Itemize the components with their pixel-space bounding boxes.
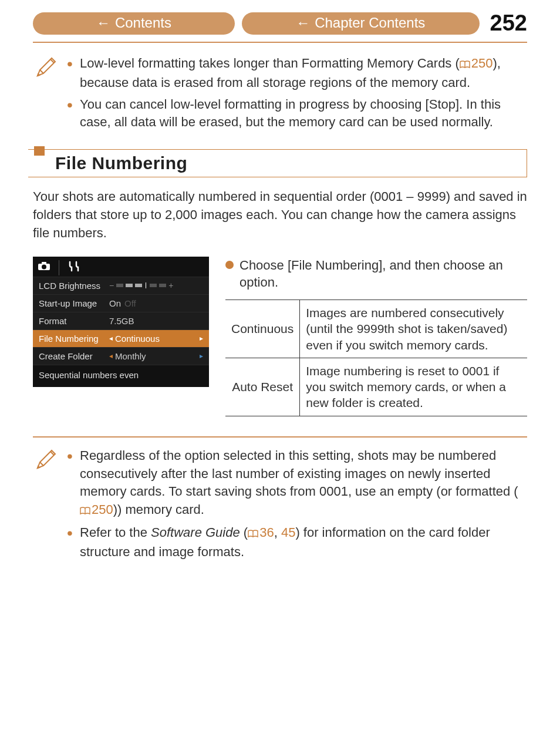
header-bar: ← Contents ← Chapter Contents 252: [33, 11, 527, 43]
menu-row-format: Format 7.5GB: [33, 312, 209, 329]
option-name: Continuous: [225, 300, 300, 358]
step-text: Choose [File Numbering], and then choose…: [239, 257, 527, 291]
page-ref-link[interactable]: 250: [80, 502, 113, 517]
section-heading: File Numbering: [28, 149, 527, 177]
divider: [33, 436, 527, 438]
table-row: Auto Reset Image numbering is reset to 0…: [225, 358, 527, 416]
option-desc: Image numbering is reset to 0001 if you …: [300, 358, 527, 416]
section-title: File Numbering: [55, 153, 521, 173]
chevron-right-icon: ▸: [200, 352, 203, 360]
option-name: Auto Reset: [225, 358, 300, 416]
option-desc: Images are numbered consecutively (until…: [300, 300, 527, 358]
note-item: Refer to the Software Guide (36, 45) for…: [67, 524, 527, 561]
options-table: Continuous Images are numbered consecuti…: [225, 300, 527, 416]
bullet-icon: [225, 261, 234, 269]
svg-point-2: [42, 265, 46, 270]
note-block-bottom: Regardless of the option selected in thi…: [33, 447, 527, 565]
book-icon: [248, 525, 258, 543]
intro-paragraph: Your shots are automatically numbered in…: [33, 188, 527, 242]
page-number: 252: [487, 11, 527, 36]
note-item: You can cancel low-level formatting in p…: [67, 96, 527, 132]
back-arrow-icon: ←: [96, 15, 110, 31]
page-ref-link[interactable]: 250: [460, 56, 493, 70]
menu-row-create-folder: Create Folder ◂ Monthly ▸: [33, 347, 209, 365]
pencil-icon: [33, 447, 59, 565]
pencil-icon: [33, 55, 59, 135]
page-ref-link[interactable]: 36: [248, 525, 274, 540]
menu-tabs: [33, 257, 209, 277]
chevron-right-icon: ▸: [200, 334, 203, 342]
page-ref-link[interactable]: 45: [281, 525, 295, 540]
menu-row-brightness: LCD Brightness − +: [33, 277, 209, 294]
book-icon: [460, 56, 470, 74]
chapter-contents-button[interactable]: ← Chapter Contents: [242, 12, 480, 35]
camera-tab-icon: [38, 261, 50, 274]
book-icon: [80, 502, 90, 520]
camera-menu-screenshot: LCD Brightness − + Start-up Image OnOff …: [33, 257, 209, 387]
brightness-slider: − +: [109, 281, 203, 290]
contents-label: Contents: [115, 15, 171, 31]
setup-tab-icon: [68, 260, 80, 275]
back-arrow-icon: ←: [296, 15, 310, 31]
menu-row-startup: Start-up Image OnOff: [33, 294, 209, 312]
svg-rect-1: [42, 262, 46, 264]
menu-help-text: Sequential numbers even: [33, 365, 209, 387]
note-block-top: Low-level formatting takes longer than F…: [33, 55, 527, 135]
instruction-step: Choose [File Numbering], and then choose…: [225, 257, 527, 291]
note-item: Regardless of the option selected in thi…: [67, 447, 527, 520]
menu-row-file-numbering: File Numbering ◂ Continuous ▸: [33, 329, 209, 347]
chapter-label: Chapter Contents: [315, 15, 425, 31]
contents-button[interactable]: ← Contents: [33, 12, 235, 35]
table-row: Continuous Images are numbered consecuti…: [225, 300, 527, 358]
note-item: Low-level formatting takes longer than F…: [67, 55, 527, 92]
